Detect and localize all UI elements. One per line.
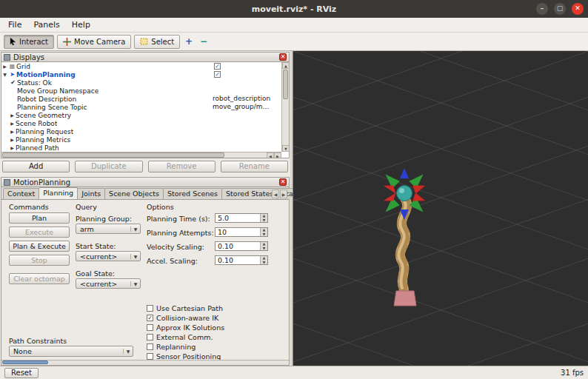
- scroll-left-icon[interactable]: ◀: [267, 152, 274, 158]
- expand-arrow-icon[interactable]: ▶: [9, 137, 16, 142]
- motionplanning-panel-header[interactable]: MotionPlanning ✕: [1, 177, 290, 187]
- menu-panels[interactable]: Panels: [27, 19, 65, 31]
- planning-group-select[interactable]: arm ▼: [76, 224, 141, 234]
- approx-ik-solutions-checkbox[interactable]: Approx IK Solutions: [147, 323, 224, 332]
- spinner-arrows[interactable]: ▲▼: [260, 242, 267, 250]
- planning-scene-topic-value[interactable]: move_group/monit...: [213, 103, 273, 111]
- grid-enabled-checkbox[interactable]: ✓: [214, 63, 221, 70]
- titlebar[interactable]: moveit.rviz* - RViz – ▢ ✕: [0, 0, 588, 18]
- remove-tool-button[interactable]: −: [198, 36, 210, 48]
- checkbox-icon[interactable]: [147, 343, 153, 350]
- expand-arrow-icon[interactable]: ▶: [1, 64, 8, 69]
- tree-row-robot-description[interactable]: Robot Description robot_description: [1, 95, 281, 103]
- tree-horizontal-scrollbar[interactable]: ◀ ▶: [1, 152, 281, 158]
- plan-and-execute-button[interactable]: Plan & Execute: [9, 241, 70, 252]
- tree-row-grid[interactable]: ▶ ▦ Grid ✓: [1, 62, 281, 70]
- tab-stored-states[interactable]: Stored States: [221, 188, 278, 199]
- expand-arrow-icon[interactable]: ▶: [9, 113, 16, 118]
- motionplanning-panel-title: MotionPlanning: [13, 178, 70, 187]
- displays-panel-header[interactable]: Displays ✕: [1, 52, 290, 62]
- tree-row-planning-request[interactable]: ▶ Planning Request: [1, 127, 281, 135]
- move-camera-tool-button[interactable]: Move Camera: [57, 35, 131, 49]
- robot-description-value[interactable]: robot_description: [213, 95, 270, 103]
- tab-scene-objects[interactable]: Scene Objects: [104, 188, 164, 199]
- tree-vertical-scrollbar[interactable]: ▲ ▼: [281, 62, 289, 152]
- tree-row-scene-geometry[interactable]: ▶ Scene Geometry: [1, 111, 281, 119]
- tree-row-planning-scene-topic[interactable]: Planning Scene Topic move_group/monit...: [1, 103, 281, 111]
- tree-row-planned-path[interactable]: ▶ Planned Path: [1, 144, 281, 152]
- tree-row-scene-robot[interactable]: ▶ Scene Robot: [1, 119, 281, 127]
- scroll-down-icon[interactable]: ▼: [282, 145, 290, 152]
- checkbox-icon[interactable]: [147, 305, 153, 312]
- goal-state-select[interactable]: <current> ▼: [76, 278, 141, 289]
- velocity-scaling-spinner[interactable]: 0.10 ▲▼: [215, 241, 268, 251]
- planning-time-spinner[interactable]: 5.0 ▲▼: [215, 213, 268, 223]
- motionplanning-close-icon[interactable]: ✕: [279, 178, 287, 186]
- checkbox-icon[interactable]: [147, 353, 153, 360]
- collapse-arrow-icon[interactable]: ▼: [1, 72, 8, 77]
- planning-attempts-row: Planning Attempts: 10 ▲▼: [147, 227, 270, 238]
- minimize-button[interactable]: –: [536, 3, 548, 15]
- interact-tool-button[interactable]: Interact: [4, 35, 54, 49]
- spinner-arrows[interactable]: ▲▼: [260, 214, 267, 222]
- checkbox-icon[interactable]: [147, 334, 153, 341]
- add-tool-button[interactable]: +: [183, 36, 195, 48]
- collision-aware-ik-checkbox[interactable]: ✓ Collision-aware IK: [147, 313, 218, 322]
- tab-stored-scenes[interactable]: Stored Scenes: [163, 188, 222, 199]
- tree-row-move-group-namespace[interactable]: Move Group Namespace: [1, 87, 281, 95]
- scroll-up-icon[interactable]: ▲: [282, 62, 290, 69]
- status-ok-icon: ✔: [9, 79, 17, 87]
- tab-scroll-left-icon[interactable]: ◀: [272, 190, 279, 198]
- expand-arrow-icon[interactable]: ▶: [9, 121, 16, 126]
- expand-arrow-icon[interactable]: ▶: [9, 129, 16, 134]
- moveit-display-icon: ➤: [8, 71, 16, 78]
- scrollbar-thumb[interactable]: [2, 152, 224, 158]
- duplicate-display-button[interactable]: Duplicate: [75, 161, 142, 172]
- motionplanning-panel: MotionPlanning ✕ Context Planning Joints…: [1, 177, 290, 366]
- execute-button[interactable]: Execute: [9, 227, 70, 238]
- spinner-arrows[interactable]: ▲▼: [260, 256, 267, 264]
- plan-button[interactable]: Plan: [9, 212, 70, 224]
- menu-file[interactable]: File: [2, 19, 27, 31]
- fps-counter: 31 fps: [561, 369, 584, 377]
- stop-button[interactable]: Stop: [9, 255, 70, 266]
- planning-attempts-spinner[interactable]: 10 ▲▼: [215, 227, 268, 237]
- select-tool-button[interactable]: Select: [134, 35, 180, 49]
- maximize-button[interactable]: ▢: [554, 3, 566, 15]
- motionplanning-enabled-checkbox[interactable]: ✓: [214, 71, 221, 78]
- 3d-viewport[interactable]: [293, 51, 588, 366]
- displays-close-icon[interactable]: ✕: [279, 53, 287, 61]
- menu-help[interactable]: Help: [66, 19, 96, 31]
- tab-scroll-right-icon[interactable]: ▶: [280, 190, 287, 198]
- marker-sphere[interactable]: [397, 186, 412, 201]
- tab-joints[interactable]: Joints: [77, 188, 105, 199]
- expand-arrow-icon[interactable]: ▶: [9, 145, 16, 150]
- tree-row-status[interactable]: ✔ Status: Ok: [1, 78, 281, 87]
- toolbar: Interact Move Camera Select + −: [0, 33, 588, 51]
- accel-scaling-spinner[interactable]: 0.10 ▲▼: [215, 255, 268, 265]
- scroll-right-icon[interactable]: ▶: [274, 152, 281, 158]
- remove-display-button[interactable]: Remove: [148, 161, 216, 172]
- replanning-checkbox[interactable]: Replanning: [147, 342, 196, 351]
- scrollbar-thumb[interactable]: [283, 70, 288, 99]
- add-display-button[interactable]: Add: [2, 161, 70, 172]
- use-cartesian-path-checkbox[interactable]: Use Cartesian Path: [147, 303, 223, 312]
- tree-row-motionplanning[interactable]: ▼ ➤ MotionPlanning ✓: [1, 70, 281, 78]
- checkbox-checked-icon[interactable]: ✓: [147, 315, 153, 321]
- path-constraints-select[interactable]: None ▼: [9, 346, 133, 357]
- external-comm-checkbox[interactable]: External Comm.: [147, 332, 213, 341]
- rename-display-button[interactable]: Rename: [221, 161, 288, 172]
- start-state-select[interactable]: <current> ▼: [76, 251, 141, 261]
- clear-octomap-button[interactable]: Clear octomap: [9, 273, 70, 284]
- planning-tab-content: Commands Query Options Plan Execute Plan…: [1, 200, 289, 360]
- motionplanning-horizontal-scrollbar[interactable]: [1, 360, 289, 365]
- scrollbar-thumb[interactable]: [2, 360, 48, 364]
- checkbox-icon[interactable]: [147, 324, 153, 331]
- tab-context[interactable]: Context: [3, 188, 39, 199]
- interactive-marker[interactable]: [384, 168, 425, 220]
- spinner-arrows[interactable]: ▲▼: [260, 228, 267, 236]
- tree-row-planning-metrics[interactable]: ▶ Planning Metrics: [1, 135, 281, 144]
- reset-button[interactable]: Reset: [4, 368, 39, 378]
- tab-planning[interactable]: Planning: [39, 187, 78, 199]
- close-button[interactable]: ✕: [572, 3, 584, 15]
